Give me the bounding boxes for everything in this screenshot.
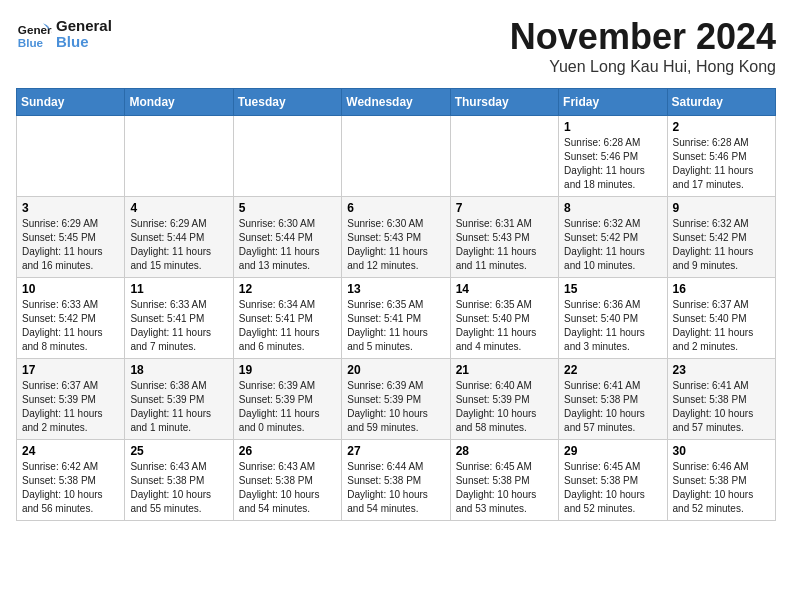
day-cell: 10Sunrise: 6:33 AM Sunset: 5:42 PM Dayli… bbox=[17, 278, 125, 359]
day-info: Sunrise: 6:41 AM Sunset: 5:38 PM Dayligh… bbox=[564, 379, 661, 435]
day-info: Sunrise: 6:34 AM Sunset: 5:41 PM Dayligh… bbox=[239, 298, 336, 354]
day-info: Sunrise: 6:33 AM Sunset: 5:42 PM Dayligh… bbox=[22, 298, 119, 354]
day-cell: 9Sunrise: 6:32 AM Sunset: 5:42 PM Daylig… bbox=[667, 197, 775, 278]
day-number: 6 bbox=[347, 201, 444, 215]
day-info: Sunrise: 6:44 AM Sunset: 5:38 PM Dayligh… bbox=[347, 460, 444, 516]
day-number: 19 bbox=[239, 363, 336, 377]
day-number: 5 bbox=[239, 201, 336, 215]
day-cell bbox=[233, 116, 341, 197]
day-cell: 6Sunrise: 6:30 AM Sunset: 5:43 PM Daylig… bbox=[342, 197, 450, 278]
day-info: Sunrise: 6:45 AM Sunset: 5:38 PM Dayligh… bbox=[456, 460, 553, 516]
day-cell bbox=[17, 116, 125, 197]
day-cell: 24Sunrise: 6:42 AM Sunset: 5:38 PM Dayli… bbox=[17, 440, 125, 521]
day-info: Sunrise: 6:29 AM Sunset: 5:45 PM Dayligh… bbox=[22, 217, 119, 273]
day-cell: 29Sunrise: 6:45 AM Sunset: 5:38 PM Dayli… bbox=[559, 440, 667, 521]
day-cell bbox=[342, 116, 450, 197]
day-info: Sunrise: 6:29 AM Sunset: 5:44 PM Dayligh… bbox=[130, 217, 227, 273]
day-number: 14 bbox=[456, 282, 553, 296]
day-cell: 17Sunrise: 6:37 AM Sunset: 5:39 PM Dayli… bbox=[17, 359, 125, 440]
day-info: Sunrise: 6:46 AM Sunset: 5:38 PM Dayligh… bbox=[673, 460, 770, 516]
day-cell: 12Sunrise: 6:34 AM Sunset: 5:41 PM Dayli… bbox=[233, 278, 341, 359]
day-number: 13 bbox=[347, 282, 444, 296]
day-number: 11 bbox=[130, 282, 227, 296]
day-cell: 19Sunrise: 6:39 AM Sunset: 5:39 PM Dayli… bbox=[233, 359, 341, 440]
day-number: 22 bbox=[564, 363, 661, 377]
day-cell bbox=[450, 116, 558, 197]
day-info: Sunrise: 6:39 AM Sunset: 5:39 PM Dayligh… bbox=[347, 379, 444, 435]
day-number: 21 bbox=[456, 363, 553, 377]
day-info: Sunrise: 6:30 AM Sunset: 5:44 PM Dayligh… bbox=[239, 217, 336, 273]
header: General Blue General Blue November 2024 … bbox=[16, 16, 776, 76]
day-number: 1 bbox=[564, 120, 661, 134]
day-cell: 21Sunrise: 6:40 AM Sunset: 5:39 PM Dayli… bbox=[450, 359, 558, 440]
day-number: 7 bbox=[456, 201, 553, 215]
week-row-1: 1Sunrise: 6:28 AM Sunset: 5:46 PM Daylig… bbox=[17, 116, 776, 197]
day-info: Sunrise: 6:37 AM Sunset: 5:40 PM Dayligh… bbox=[673, 298, 770, 354]
day-number: 3 bbox=[22, 201, 119, 215]
weekday-header-row: SundayMondayTuesdayWednesdayThursdayFrid… bbox=[17, 89, 776, 116]
day-number: 28 bbox=[456, 444, 553, 458]
day-cell: 15Sunrise: 6:36 AM Sunset: 5:40 PM Dayli… bbox=[559, 278, 667, 359]
day-number: 29 bbox=[564, 444, 661, 458]
day-info: Sunrise: 6:39 AM Sunset: 5:39 PM Dayligh… bbox=[239, 379, 336, 435]
svg-text:Blue: Blue bbox=[18, 36, 44, 49]
day-number: 10 bbox=[22, 282, 119, 296]
title-area: November 2024 Yuen Long Kau Hui, Hong Ko… bbox=[510, 16, 776, 76]
day-info: Sunrise: 6:43 AM Sunset: 5:38 PM Dayligh… bbox=[239, 460, 336, 516]
day-info: Sunrise: 6:41 AM Sunset: 5:38 PM Dayligh… bbox=[673, 379, 770, 435]
day-cell: 30Sunrise: 6:46 AM Sunset: 5:38 PM Dayli… bbox=[667, 440, 775, 521]
weekday-header-monday: Monday bbox=[125, 89, 233, 116]
location-subtitle: Yuen Long Kau Hui, Hong Kong bbox=[510, 58, 776, 76]
day-cell: 13Sunrise: 6:35 AM Sunset: 5:41 PM Dayli… bbox=[342, 278, 450, 359]
week-row-2: 3Sunrise: 6:29 AM Sunset: 5:45 PM Daylig… bbox=[17, 197, 776, 278]
day-cell: 28Sunrise: 6:45 AM Sunset: 5:38 PM Dayli… bbox=[450, 440, 558, 521]
day-cell: 20Sunrise: 6:39 AM Sunset: 5:39 PM Dayli… bbox=[342, 359, 450, 440]
svg-text:General: General bbox=[18, 23, 52, 36]
week-row-5: 24Sunrise: 6:42 AM Sunset: 5:38 PM Dayli… bbox=[17, 440, 776, 521]
day-info: Sunrise: 6:28 AM Sunset: 5:46 PM Dayligh… bbox=[673, 136, 770, 192]
weekday-header-friday: Friday bbox=[559, 89, 667, 116]
day-number: 24 bbox=[22, 444, 119, 458]
day-cell: 18Sunrise: 6:38 AM Sunset: 5:39 PM Dayli… bbox=[125, 359, 233, 440]
day-number: 17 bbox=[22, 363, 119, 377]
day-cell: 14Sunrise: 6:35 AM Sunset: 5:40 PM Dayli… bbox=[450, 278, 558, 359]
day-number: 20 bbox=[347, 363, 444, 377]
day-cell: 7Sunrise: 6:31 AM Sunset: 5:43 PM Daylig… bbox=[450, 197, 558, 278]
day-cell: 4Sunrise: 6:29 AM Sunset: 5:44 PM Daylig… bbox=[125, 197, 233, 278]
weekday-header-tuesday: Tuesday bbox=[233, 89, 341, 116]
day-number: 8 bbox=[564, 201, 661, 215]
weekday-header-saturday: Saturday bbox=[667, 89, 775, 116]
day-number: 2 bbox=[673, 120, 770, 134]
day-cell: 11Sunrise: 6:33 AM Sunset: 5:41 PM Dayli… bbox=[125, 278, 233, 359]
day-number: 15 bbox=[564, 282, 661, 296]
weekday-header-thursday: Thursday bbox=[450, 89, 558, 116]
day-info: Sunrise: 6:42 AM Sunset: 5:38 PM Dayligh… bbox=[22, 460, 119, 516]
weekday-header-wednesday: Wednesday bbox=[342, 89, 450, 116]
day-number: 18 bbox=[130, 363, 227, 377]
day-cell: 25Sunrise: 6:43 AM Sunset: 5:38 PM Dayli… bbox=[125, 440, 233, 521]
week-row-4: 17Sunrise: 6:37 AM Sunset: 5:39 PM Dayli… bbox=[17, 359, 776, 440]
day-info: Sunrise: 6:35 AM Sunset: 5:41 PM Dayligh… bbox=[347, 298, 444, 354]
day-info: Sunrise: 6:30 AM Sunset: 5:43 PM Dayligh… bbox=[347, 217, 444, 273]
day-number: 9 bbox=[673, 201, 770, 215]
month-title: November 2024 bbox=[510, 16, 776, 58]
logo-line1: General bbox=[56, 18, 112, 35]
day-info: Sunrise: 6:36 AM Sunset: 5:40 PM Dayligh… bbox=[564, 298, 661, 354]
day-cell: 27Sunrise: 6:44 AM Sunset: 5:38 PM Dayli… bbox=[342, 440, 450, 521]
day-number: 27 bbox=[347, 444, 444, 458]
day-info: Sunrise: 6:43 AM Sunset: 5:38 PM Dayligh… bbox=[130, 460, 227, 516]
day-number: 30 bbox=[673, 444, 770, 458]
day-cell: 16Sunrise: 6:37 AM Sunset: 5:40 PM Dayli… bbox=[667, 278, 775, 359]
day-number: 12 bbox=[239, 282, 336, 296]
logo: General Blue General Blue bbox=[16, 16, 112, 52]
day-info: Sunrise: 6:40 AM Sunset: 5:39 PM Dayligh… bbox=[456, 379, 553, 435]
day-number: 23 bbox=[673, 363, 770, 377]
weekday-header-sunday: Sunday bbox=[17, 89, 125, 116]
calendar-table: SundayMondayTuesdayWednesdayThursdayFrid… bbox=[16, 88, 776, 521]
day-number: 25 bbox=[130, 444, 227, 458]
day-info: Sunrise: 6:31 AM Sunset: 5:43 PM Dayligh… bbox=[456, 217, 553, 273]
week-row-3: 10Sunrise: 6:33 AM Sunset: 5:42 PM Dayli… bbox=[17, 278, 776, 359]
day-info: Sunrise: 6:33 AM Sunset: 5:41 PM Dayligh… bbox=[130, 298, 227, 354]
day-cell: 1Sunrise: 6:28 AM Sunset: 5:46 PM Daylig… bbox=[559, 116, 667, 197]
day-info: Sunrise: 6:35 AM Sunset: 5:40 PM Dayligh… bbox=[456, 298, 553, 354]
